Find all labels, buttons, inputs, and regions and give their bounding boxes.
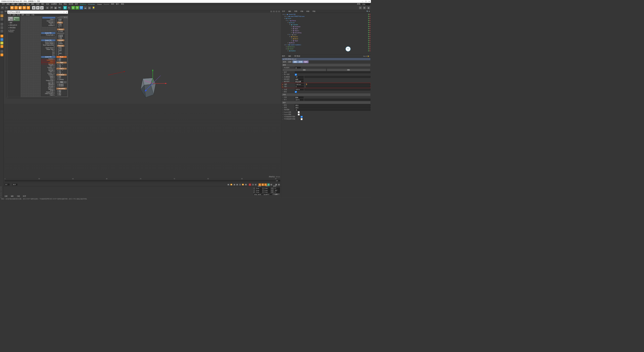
timeline[interactable]: 05560657075808590 0 F [4, 179, 281, 183]
scale-tool[interactable]: ◧ [18, 6, 22, 10]
rot-H[interactable] [274, 187, 280, 189]
xp-menu-item[interactable]: 计算 [31, 14, 34, 16]
menu-item[interactable]: 帮助 [120, 3, 125, 5]
objmgr-menu-item[interactable]: 对象 [300, 10, 303, 12]
layout-dropdown[interactable]: 启动 [361, 3, 370, 5]
xp-side-item[interactable]: ▸ 系统运算符 [8, 24, 20, 26]
user-angle-checkbox[interactable] [295, 74, 297, 75]
xpresso-node[interactable]: Quartz FMPhong Angle ● [41, 32, 56, 36]
material-menu-item[interactable]: 编辑 [11, 195, 14, 197]
xpresso-node[interactable]: Smoothing● 角闭● 强度● 迭代● 硬度 [56, 87, 67, 96]
add-deformer[interactable]: ◐ [79, 6, 83, 10]
rotate-tool[interactable]: ⟲ [22, 6, 26, 10]
close-button[interactable]: ✕ [369, 1, 370, 2]
pos-Y[interactable] [255, 189, 262, 191]
material-menu-item[interactable]: 功能 [17, 195, 20, 197]
xp-menu-item[interactable]: 文件 [8, 14, 11, 16]
menu-item[interactable]: 模拟 [40, 3, 45, 5]
play[interactable]: ▶ [236, 183, 238, 186]
subdivision-slider[interactable] [306, 86, 370, 87]
tension-input[interactable]: 100 % [295, 99, 304, 101]
xpresso-node[interactable]: Offset ●Subdivision ●Strength ●Size Y ●E… [42, 17, 56, 26]
objmgr-menu-item[interactable]: 标签 [306, 10, 309, 12]
material-menu-item[interactable]: 纹理 [23, 195, 26, 197]
add-spline[interactable]: ✎ [67, 6, 71, 10]
frame-start[interactable]: 0 F [5, 184, 10, 185]
next-key[interactable]: ⏩ [242, 183, 244, 186]
xp-menu-item[interactable]: 布局 [17, 14, 20, 16]
xp-menu-item[interactable]: 视图 [21, 14, 24, 16]
add-cube[interactable]: ◈ [63, 6, 67, 10]
hierarchy-item[interactable]: ⊟◆Bevel [282, 38, 370, 40]
xpresso-window[interactable]: ◈ XPresso 编辑器 — ☐ ✕ 文件编辑布局视图自定义计算 X-管理器 … [7, 10, 68, 97]
model-mode[interactable] [0, 11, 4, 14]
hierarchy-item[interactable]: ⊟◆Displacer [282, 25, 370, 27]
menu-item[interactable]: X-Particles [87, 4, 96, 5]
xp-menu-item[interactable]: 编辑 [13, 14, 16, 16]
shape-dropdown[interactable]: 圆角 [295, 96, 304, 98]
material-menu-item[interactable]: 创建 [5, 195, 8, 197]
objmgr-menu-item[interactable]: 书签 [312, 10, 315, 12]
enable-snap[interactable] [0, 53, 4, 57]
z-axis-toggle[interactable]: Z [40, 6, 44, 10]
angle-threshold-input[interactable]: 40° [295, 76, 304, 78]
y-axis-toggle[interactable]: Y [36, 6, 40, 10]
menu-item[interactable]: 角色 [58, 3, 62, 5]
xpresso-node[interactable]: Quartz FMEnabled ●Subdivision ●Offset ●E… [41, 56, 56, 96]
depth-input[interactable]: 100 % [295, 89, 304, 90]
objmgr-menu-item[interactable]: 文件 [282, 10, 285, 12]
vp-nav-icon[interactable] [275, 10, 277, 12]
menu-item[interactable]: RealFlow [79, 4, 87, 5]
hierarchy-item[interactable]: ⊟◆Taper [282, 27, 370, 29]
hierarchy-item[interactable]: ⊟L⊙◆Quartz FM [282, 13, 370, 15]
hierarchy-item[interactable]: ⊟◆Cloner [282, 48, 370, 50]
hierarchy-item[interactable]: ⊟◆Cylinder [282, 23, 370, 25]
hierarchy-item[interactable]: ⊟◆Taper.1 [282, 30, 370, 32]
viewport-solo[interactable] [0, 38, 4, 41]
attr-tab[interactable]: 外形 [298, 61, 303, 63]
xpresso-canvas[interactable]: 群组 ⊕ ✕ Offset ●Subdivision ●Strength ●Si… [20, 16, 68, 97]
vp-nav-icon[interactable] [270, 10, 272, 12]
hierarchy-item[interactable]: ⊟◆Boole [282, 21, 370, 23]
hierarchy-item[interactable]: ⊟◆Smoothing [282, 32, 370, 34]
poly-mode[interactable] [0, 30, 4, 33]
workplane[interactable] [0, 45, 4, 48]
phong-break-rounding-checkbox[interactable] [301, 116, 302, 118]
prev-key[interactable]: ⏪ [230, 183, 233, 186]
attr-tab[interactable]: 基本 [282, 61, 287, 63]
xp-side-item[interactable]: ▪ 编辑 [8, 21, 20, 24]
menu-item[interactable]: 捕捉 [30, 3, 35, 5]
limit-checkbox[interactable] [295, 91, 297, 93]
menu-item[interactable]: 网格 [25, 3, 30, 5]
hierarchy-item[interactable]: ⊟◆Sphere [282, 50, 370, 52]
prev-frame[interactable]: ◀ [233, 183, 235, 186]
attr-menu-item[interactable]: 编辑 [288, 55, 291, 57]
add-generator[interactable]: ◉ [71, 6, 75, 10]
attr-tab[interactable]: 拓扑 [303, 61, 309, 63]
hierarchy-item[interactable]: ⊟L⊙◆Quartz module 1 [282, 44, 370, 46]
workplane-mode[interactable] [0, 18, 4, 21]
depth-slider[interactable] [305, 89, 371, 91]
goto-start[interactable]: ⏮ [227, 183, 230, 186]
goto-end[interactable]: ⏭ [245, 183, 247, 186]
add-button[interactable]: 添加 [283, 68, 326, 71]
frame-end[interactable]: 90 F [13, 184, 18, 185]
xp-menu-item[interactable]: 自定义 [26, 14, 30, 16]
hierarchy-item[interactable]: ⊟◆Random [282, 46, 370, 48]
toolbar-icon[interactable]: ◈ [367, 6, 370, 10]
menu-item[interactable]: Octane [96, 4, 102, 5]
size-Y[interactable] [264, 189, 270, 191]
menu-item[interactable]: 插件 [74, 3, 79, 5]
ngon-round-checkbox[interactable] [298, 113, 299, 115]
menu-item[interactable]: 选择 [16, 3, 20, 5]
nav-back-icon[interactable]: ◂ [363, 55, 364, 57]
object-manager[interactable]: ⊟L⊙◆Quartz FM⊟L⊙◆www.TFMSTYLE.com⊟◆Boole… [281, 13, 371, 55]
vp-nav-icon[interactable] [278, 10, 280, 12]
partial-rounding-dropdown[interactable]: 无 [295, 109, 370, 111]
attr-tab[interactable]: 选项 [293, 61, 298, 63]
nav-fwd-icon[interactable]: ▸ [366, 55, 367, 57]
bevel-mode-dropdown[interactable]: 倒角 [295, 78, 304, 80]
selection-field[interactable] [295, 71, 370, 73]
nav-new-icon[interactable]: ▫ [370, 55, 370, 57]
menu-item[interactable]: 工具 [21, 3, 25, 5]
